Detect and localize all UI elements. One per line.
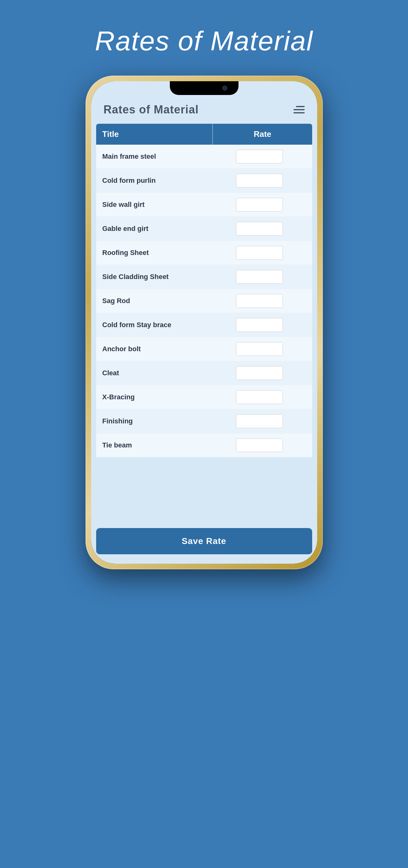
- row-label-3: Side wall girt: [102, 200, 213, 209]
- save-rate-button[interactable]: Save Rate: [96, 528, 312, 554]
- row-input-wrapper-3: [213, 198, 306, 212]
- row-input-wrapper-4: [213, 222, 306, 236]
- phone-camera: [222, 86, 227, 91]
- table-column-rate: Rate: [213, 124, 312, 145]
- app-header-title: Rates of Material: [104, 103, 199, 116]
- page-title: Rates of Material: [95, 25, 313, 57]
- table-row: Roofing Sheet: [96, 241, 312, 265]
- row-label-13: Tie beam: [102, 441, 213, 449]
- rate-input-3[interactable]: [236, 198, 283, 212]
- row-input-wrapper-8: [213, 318, 306, 332]
- rate-input-12[interactable]: [236, 414, 283, 428]
- table-row: Finishing: [96, 409, 312, 433]
- row-label-7: Sag Rod: [102, 297, 213, 305]
- phone-inner: Rates of Material Title Rate Main frame …: [91, 81, 317, 564]
- row-input-wrapper-7: [213, 294, 306, 308]
- rate-input-6[interactable]: [236, 270, 283, 284]
- row-label-6: Side Cladding Sheet: [102, 273, 213, 281]
- hamburger-line-3: [294, 112, 305, 114]
- row-label-11: X-Bracing: [102, 393, 213, 401]
- table-row: Main frame steel: [96, 145, 312, 169]
- rate-input-11[interactable]: [236, 390, 283, 404]
- row-label-8: Cold form Stay brace: [102, 321, 213, 329]
- row-input-wrapper-13: [213, 438, 306, 452]
- hamburger-line-1: [296, 106, 305, 107]
- hamburger-icon[interactable]: [294, 106, 305, 114]
- row-label-2: Cold form purlin: [102, 177, 213, 185]
- table-row: Cleat: [96, 361, 312, 385]
- table-row: Anchor bolt: [96, 337, 312, 361]
- row-input-wrapper-5: [213, 246, 306, 260]
- row-input-wrapper-1: [213, 150, 306, 163]
- row-label-1: Main frame steel: [102, 153, 213, 161]
- rate-input-2[interactable]: [236, 174, 283, 187]
- rate-input-10[interactable]: [236, 366, 283, 380]
- rate-input-7[interactable]: [236, 294, 283, 308]
- table-row: Gable end girt: [96, 217, 312, 241]
- table-row: Sag Rod: [96, 289, 312, 313]
- save-button-container: Save Rate: [91, 522, 317, 564]
- rate-input-13[interactable]: [236, 438, 283, 452]
- phone-frame: Rates of Material Title Rate Main frame …: [86, 75, 323, 569]
- table-row: Cold form Stay brace: [96, 313, 312, 337]
- table-container: Title Rate Main frame steelCold form pur…: [91, 124, 317, 522]
- table-column-title: Title: [96, 124, 213, 145]
- table-row: Side Cladding Sheet: [96, 265, 312, 289]
- rate-input-1[interactable]: [236, 150, 283, 163]
- table-row: Tie beam: [96, 433, 312, 457]
- row-input-wrapper-10: [213, 366, 306, 380]
- table-row: Side wall girt: [96, 193, 312, 217]
- rate-input-8[interactable]: [236, 318, 283, 332]
- row-input-wrapper-6: [213, 270, 306, 284]
- row-input-wrapper-9: [213, 342, 306, 356]
- table-header: Title Rate: [96, 124, 312, 145]
- row-label-4: Gable end girt: [102, 225, 213, 233]
- row-input-wrapper-12: [213, 414, 306, 428]
- row-label-10: Cleat: [102, 369, 213, 377]
- row-input-wrapper-2: [213, 174, 306, 187]
- rate-input-5[interactable]: [236, 246, 283, 260]
- row-input-wrapper-11: [213, 390, 306, 404]
- table-body: Main frame steelCold form purlinSide wal…: [96, 145, 312, 457]
- row-label-9: Anchor bolt: [102, 345, 213, 353]
- phone-notch: [170, 81, 238, 95]
- hamburger-line-2: [294, 109, 305, 110]
- rate-input-4[interactable]: [236, 222, 283, 236]
- rate-input-9[interactable]: [236, 342, 283, 356]
- row-label-5: Roofing Sheet: [102, 249, 213, 257]
- row-label-12: Finishing: [102, 417, 213, 425]
- phone-screen: Rates of Material Title Rate Main frame …: [91, 81, 317, 564]
- table-row: Cold form purlin: [96, 169, 312, 193]
- table-row: X-Bracing: [96, 385, 312, 409]
